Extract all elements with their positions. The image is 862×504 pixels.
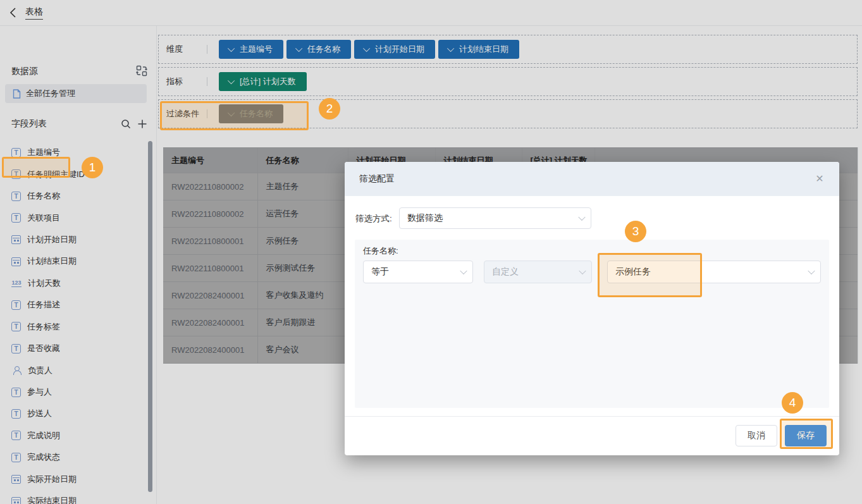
chevron-down-icon (578, 214, 585, 221)
filter-mode-label: 筛选方式: (355, 213, 392, 224)
close-icon[interactable] (814, 173, 825, 185)
chevron-down-icon (579, 267, 586, 274)
modal-header: 筛选配置 (345, 162, 839, 196)
chevron-down-icon (460, 267, 467, 274)
operator-value: 等于 (371, 266, 389, 278)
step-badge-3: 3 (625, 221, 646, 242)
operator-select[interactable]: 等于 (363, 261, 473, 283)
step-badge-1: 1 (82, 157, 103, 178)
value-type-value: 自定义 (492, 266, 519, 278)
filter-condition-panel: 任务名称: 等于 自定义 示例任务 (355, 240, 829, 408)
app-screen: 表格 数据源 全部任务管理 字段列表 主 (0, 0, 862, 504)
footer-divider (345, 416, 839, 417)
cancel-button[interactable]: 取消 (736, 425, 777, 446)
modal-title: 筛选配置 (359, 173, 395, 185)
filter-mode-select[interactable]: 数据筛选 (399, 207, 591, 229)
filter-config-modal: 筛选配置 筛选方式: 数据筛选 任务名称: 等于 自定义 示例任务 取消 保存 (345, 162, 839, 455)
value-type-select[interactable]: 自定义 (484, 261, 592, 283)
chevron-down-icon (808, 267, 815, 274)
filter-value: 示例任务 (615, 266, 651, 278)
step-badge-2: 2 (319, 98, 340, 120)
filter-value-select[interactable]: 示例任务 (607, 261, 821, 283)
filter-mode-value: 数据筛选 (407, 212, 443, 224)
step-badge-4: 4 (782, 392, 803, 414)
condition-field-label: 任务名称: (363, 245, 398, 257)
save-button[interactable]: 保存 (785, 425, 827, 446)
